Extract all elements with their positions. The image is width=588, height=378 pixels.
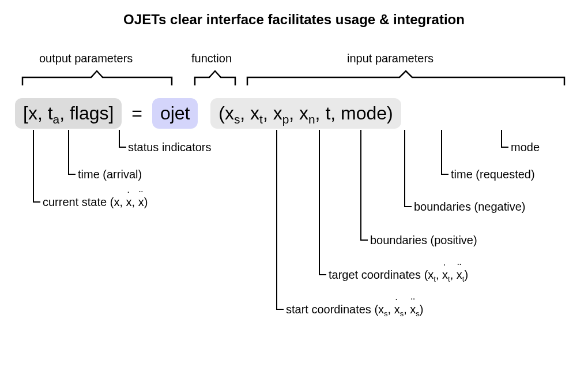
in-sub-s: s (234, 113, 240, 126)
input-pill: (xs, xt, xp, xn, t, mode) (210, 98, 401, 129)
brace-output (21, 69, 174, 87)
out-sub-a: a (53, 113, 60, 126)
annot-xs-post: ) (420, 303, 424, 316)
annot-x: current state (x, x, x) (43, 196, 148, 209)
section-input-label: input parameters (347, 52, 434, 65)
annot-xt: target coordinates (xt, xt, xt) (329, 268, 468, 282)
brace-function (193, 69, 237, 87)
annot-xs-sep2: , (404, 303, 410, 316)
annot-xs-pre: start coordinates (x (286, 303, 384, 316)
annot-xp: boundaries (positive) (370, 234, 477, 247)
leader-xt (318, 130, 330, 279)
in-t4: , x (289, 103, 308, 123)
in-t3: , x (263, 103, 282, 123)
in-sub-p: p (282, 113, 289, 126)
leader-ta (67, 130, 79, 179)
leader-xp (360, 130, 371, 245)
leader-xn (404, 130, 415, 211)
annot-ta: time (arrival) (78, 168, 142, 181)
brace-input (246, 69, 566, 87)
annot-x-post: ) (144, 196, 148, 208)
annot-x-xdot: x (126, 196, 132, 209)
in-sub-n: n (308, 113, 315, 126)
annot-x-pre: current state (x, (43, 196, 126, 208)
annot-xt-sep1: , (436, 268, 442, 281)
annot-xs: start coordinates (xs, xs, xs) (286, 303, 424, 316)
out-text-1: [x, t (23, 103, 53, 123)
leader-xs (276, 130, 287, 314)
annot-x-mid: , (132, 196, 138, 208)
in-t1: (x (218, 103, 234, 123)
output-pill: [x, ta, flags] (15, 98, 122, 129)
leader-t (440, 130, 452, 179)
annot-xs-xddot: x (410, 303, 416, 316)
annot-xt-post: ) (464, 268, 468, 281)
annot-xt-pre: target coordinates (x (329, 268, 434, 281)
annot-x-xddot: x (138, 196, 144, 209)
leader-mode (500, 130, 512, 152)
annot-xt-sep2: , (450, 268, 457, 281)
in-t5: , t, mode) (315, 103, 393, 123)
annot-t: time (requested) (451, 168, 535, 181)
leader-x (32, 130, 44, 207)
in-t2: , x (240, 103, 259, 123)
equals: = (127, 103, 147, 124)
page-title: OJETs clear interface facilitates usage … (0, 12, 588, 28)
annot-xt-xdot: x (442, 268, 448, 282)
annot-mode: mode (511, 141, 540, 154)
formula: [x, ta, flags] = ojet (xs, xt, xp, xn, t… (15, 98, 401, 129)
out-text-2: , flags] (59, 103, 114, 123)
annot-xn: boundaries (negative) (414, 200, 525, 214)
annot-xs-xdot: x (394, 303, 400, 316)
annot-xt-xddot: x (457, 268, 462, 282)
section-function-label: function (191, 52, 232, 65)
annot-flags: status indicators (128, 141, 212, 154)
function-pill: ojet (152, 98, 198, 129)
annot-xs-sep1: , (388, 303, 394, 316)
section-output-label: output parameters (39, 52, 133, 65)
